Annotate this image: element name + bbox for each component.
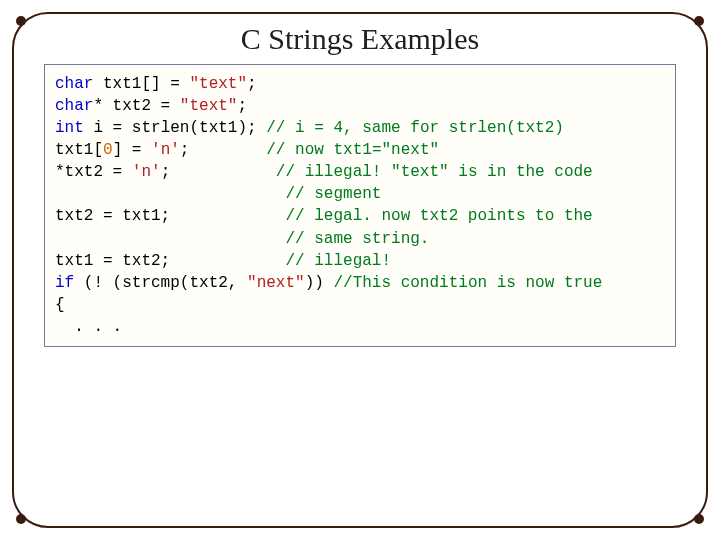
comment: // same string.	[285, 230, 429, 248]
comment: // illegal!	[285, 252, 391, 270]
code-text: (! (strcmp(txt2,	[74, 274, 247, 292]
comment: // segment	[285, 185, 381, 203]
code-text: ] =	[113, 141, 151, 159]
code-line-11: txt1 = txt2; // illegal!	[55, 250, 665, 272]
string-literal: 'n'	[151, 141, 180, 159]
code-text: txt2 = txt1;	[55, 207, 285, 225]
keyword: char	[55, 97, 93, 115]
comment: // i = 4, same for strlen(txt2)	[266, 119, 564, 137]
code-text: ;	[180, 141, 266, 159]
code-line-9: txt2 = txt1; // legal. now txt2 points t…	[55, 205, 665, 227]
code-text: txt1[] =	[93, 75, 189, 93]
code-line-13: if (! (strcmp(txt2, "next")) //This cond…	[55, 272, 665, 294]
comment: // now txt1="next"	[266, 141, 439, 159]
string-literal: 'n'	[132, 163, 161, 181]
corner-dot-bl	[16, 514, 26, 524]
code-text: ;	[237, 97, 247, 115]
corner-dot-tl	[16, 16, 26, 26]
string-literal: "text"	[189, 75, 247, 93]
code-text	[55, 185, 285, 203]
keyword: int	[55, 119, 84, 137]
keyword: if	[55, 274, 74, 292]
code-text	[55, 230, 285, 248]
code-text: ))	[305, 274, 334, 292]
slide-card: C Strings Examples char txt1[] = "text";…	[12, 12, 708, 528]
code-line-4: int i = strlen(txt1); // i = 4, same for…	[55, 117, 665, 139]
code-line-8: // segment	[55, 183, 665, 205]
corner-dot-br	[694, 514, 704, 524]
corner-dot-tr	[694, 16, 704, 26]
code-line-15: . . .	[55, 316, 665, 338]
code-line-7: *txt2 = 'n'; // illegal! "text" is in th…	[55, 161, 665, 183]
number-literal: 0	[103, 141, 113, 159]
code-text: * txt2 =	[93, 97, 179, 115]
code-line-1: char txt1[] = "text";	[55, 73, 665, 95]
code-text: txt1[	[55, 141, 103, 159]
code-text: ;	[161, 163, 276, 181]
code-line-6: txt1[0] = 'n'; // now txt1="next"	[55, 139, 665, 161]
code-text: i = strlen(txt1);	[84, 119, 266, 137]
code-line-10: // same string.	[55, 228, 665, 250]
code-line-2: char* txt2 = "text";	[55, 95, 665, 117]
comment: //This condition is now true	[333, 274, 602, 292]
string-literal: "next"	[247, 274, 305, 292]
slide-title: C Strings Examples	[14, 22, 706, 56]
code-text: ;	[247, 75, 257, 93]
string-literal: "text"	[180, 97, 238, 115]
code-line-14: {	[55, 294, 665, 316]
comment: // legal. now txt2 points to the	[285, 207, 592, 225]
code-box: char txt1[] = "text";char* txt2 = "text"…	[44, 64, 676, 347]
comment: // illegal! "text" is in the code	[276, 163, 593, 181]
keyword: char	[55, 75, 93, 93]
code-text: txt1 = txt2;	[55, 252, 285, 270]
code-text: *txt2 =	[55, 163, 132, 181]
